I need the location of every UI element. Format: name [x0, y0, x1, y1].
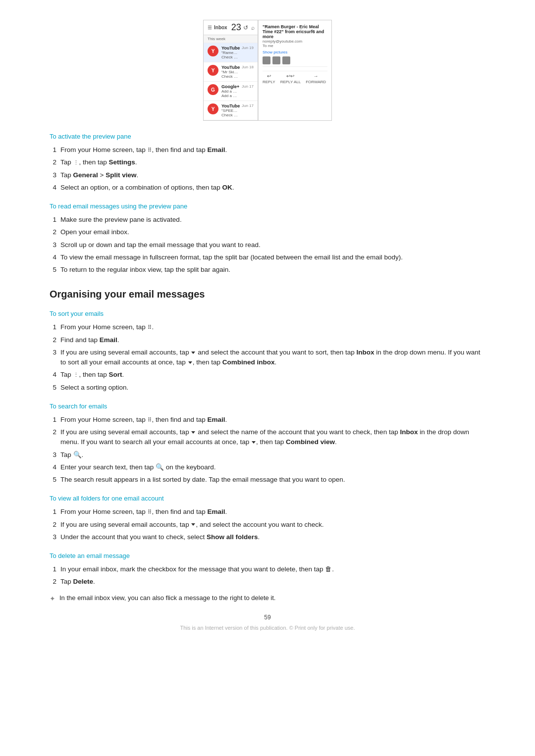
list-item: 4To view the email message in fullscreen…: [50, 252, 485, 262]
reply-button[interactable]: ↩ REPLY: [263, 73, 275, 84]
email-meta: YouTube "SPEED (Card Game)" fr... Check …: [221, 103, 239, 117]
chevron-down-icon: [188, 361, 192, 364]
email-item[interactable]: Y YouTube "SPEED (Card Game)" fr... Chec…: [204, 101, 258, 120]
list-item: 3Tap 🔍.: [50, 450, 485, 460]
list-item: 1From your Home screen, tap ⠿, then find…: [50, 507, 485, 517]
email-meta: YouTube "Mr Skinny Beach" from... Check …: [221, 65, 239, 79]
forward-button[interactable]: → FORWARD: [306, 73, 326, 84]
view-folders-steps: 1From your Home screen, tap ⠿, then find…: [50, 507, 485, 542]
email-preview: Check out the latest vide...: [221, 55, 239, 59]
reply-all-label: REPLY ALL: [280, 80, 301, 84]
footer-note: This is an Internet version of this publ…: [50, 625, 485, 631]
email-list-panel: ☰ Inbox 23 ↺ ⌕ 🗑 ⋮ This week Y YouTube "…: [204, 20, 258, 120]
email-meta: YouTube "Ramen Burger - Eric M... Check …: [221, 46, 239, 59]
list-item: 4Enter your search text, then tap 🔍 on t…: [50, 462, 485, 472]
email-item[interactable]: Y YouTube "Mr Skinny Beach" from... Chec…: [204, 62, 258, 82]
email-subject: "SPEED (Card Game)" fr...: [221, 108, 239, 113]
view-folders-heading: To view all folders for one email accoun…: [50, 495, 485, 502]
email-item[interactable]: Y YouTube "Ramen Burger - Eric M... Chec…: [204, 43, 258, 62]
email-preview-pane: "Ramen Burger - Eric Meal Time #22" from…: [258, 20, 331, 120]
page-content: ☰ Inbox 23 ↺ ⌕ 🗑 ⋮ This week Y YouTube "…: [50, 20, 485, 631]
apps-icon: ⠿: [148, 509, 152, 515]
email-preview: Check out the latest vide...: [221, 74, 239, 79]
show-pictures-button[interactable]: Show pictures: [263, 50, 327, 54]
list-item: 2Find and tap Email.: [50, 335, 485, 345]
avatar: Y: [208, 103, 218, 114]
email-header-left: ☰ Inbox 23: [208, 22, 241, 33]
list-item: 3Scroll up or down and tap the email mes…: [50, 240, 485, 250]
picture-placeholder: [272, 56, 280, 64]
email-date: Jun 17: [242, 84, 254, 89]
picture-placeholder: [282, 56, 290, 64]
this-week-label: This week: [204, 35, 258, 43]
delete-email-steps: 1In your email inbox, mark the checkbox …: [50, 564, 485, 587]
apps-icon: ⠿: [148, 324, 152, 330]
email-subject: "Ramen Burger - Eric M...: [221, 50, 239, 55]
list-item: 2If you are using several email accounts…: [50, 427, 485, 448]
inbox-count: 23: [231, 22, 241, 33]
avatar: G: [208, 84, 218, 95]
preview-header: "Ramen Burger - Eric Meal Time #22" from…: [263, 24, 327, 67]
refresh-icon: ↺: [243, 24, 248, 31]
forward-icon: →: [314, 73, 319, 79]
apps-icon: ⠿: [148, 417, 152, 423]
search-emails-steps: 1From your Home screen, tap ⠿, then find…: [50, 415, 485, 485]
email-item[interactable]: G Google+ Add a profile photo Add a prof…: [204, 82, 258, 101]
inbox-icon: ☰: [208, 25, 212, 30]
search-icon: ⌕: [251, 24, 255, 31]
reply-all-icon: ↩↩: [286, 73, 294, 79]
list-item: 1From your Home screen, tap ⠿, then find…: [50, 415, 485, 425]
sort-emails-steps: 1From your Home screen, tap ⠿. 2Find and…: [50, 322, 485, 393]
reply-icon: ↩: [267, 73, 271, 79]
menu-icon: ⋮: [73, 371, 79, 379]
email-meta: Google+ Add a profile photo Add a profil…: [221, 84, 239, 98]
menu-icon: ⋮: [73, 158, 79, 167]
list-item: 5The search result appears in a list sor…: [50, 475, 485, 485]
list-item: 2Tap ⋮, then tap Settings.: [50, 157, 485, 167]
list-item: 2If you are using several email accounts…: [50, 520, 485, 530]
read-preview-steps: 1Make sure the preview pane is activated…: [50, 215, 485, 275]
email-sender: YouTube: [221, 65, 239, 70]
list-item: 2Tap Delete.: [50, 577, 485, 587]
list-item: 1In your email inbox, mark the checkbox …: [50, 564, 485, 574]
email-date: Jun 19: [242, 46, 254, 50]
tip-note: ✦ In the email inbox view, you can also …: [50, 593, 485, 604]
list-item: 4Tap ⋮, then tap Sort.: [50, 370, 485, 380]
tip-icon: ✦: [50, 594, 55, 604]
email-sender: YouTube: [221, 103, 239, 108]
avatar: Y: [208, 65, 218, 76]
avatar: Y: [208, 46, 218, 56]
chevron-down-icon: [191, 523, 195, 526]
picture-placeholder: [263, 56, 270, 64]
email-subject: Add a profile photo: [221, 89, 239, 94]
reply-all-button[interactable]: ↩↩ REPLY ALL: [280, 73, 301, 84]
reply-label: REPLY: [263, 80, 275, 84]
preview-title: "Ramen Burger - Eric Meal Time #22" from…: [263, 24, 327, 39]
email-preview: Check out the latest vide...: [221, 113, 239, 117]
delete-email-heading: To delete an email message: [50, 552, 485, 559]
activate-preview-heading: To activate the preview pane: [50, 133, 485, 140]
chevron-down-icon: [191, 352, 195, 354]
list-item: 3If you are using several email accounts…: [50, 348, 485, 368]
list-item: 5Select a sorting option.: [50, 383, 485, 393]
email-sender: Google+: [221, 84, 239, 89]
chevron-down-icon: [252, 441, 256, 444]
email-screenshot: ☰ Inbox 23 ↺ ⌕ 🗑 ⋮ This week Y YouTube "…: [203, 20, 332, 121]
sort-emails-heading: To sort your emails: [50, 310, 485, 317]
activate-preview-steps: 1From your Home screen, tap ⠿, then find…: [50, 145, 485, 193]
preview-from: noreply@youtube.com: [263, 39, 327, 44]
email-sender: YouTube: [221, 46, 239, 50]
email-date: Jun 17: [242, 103, 254, 108]
forward-label: FORWARD: [306, 80, 326, 84]
organising-title: Organising your email messages: [50, 289, 485, 300]
tip-text: In the email inbox view, you can also fl…: [59, 593, 275, 604]
email-date: Jun 18: [242, 65, 254, 69]
list-item: 4Select an option, or a combination of o…: [50, 183, 485, 193]
chevron-down-icon: [191, 431, 195, 434]
preview-actions: ↩ REPLY ↩↩ REPLY ALL → FORWARD: [263, 71, 327, 84]
read-preview-heading: To read email messages using the preview…: [50, 202, 485, 210]
list-item: 2Open your email inbox.: [50, 227, 485, 237]
list-item: 3Tap General > Split view.: [50, 170, 485, 180]
preview-to: To me: [263, 44, 327, 48]
list-item: 3Under the account that you want to chec…: [50, 532, 485, 542]
